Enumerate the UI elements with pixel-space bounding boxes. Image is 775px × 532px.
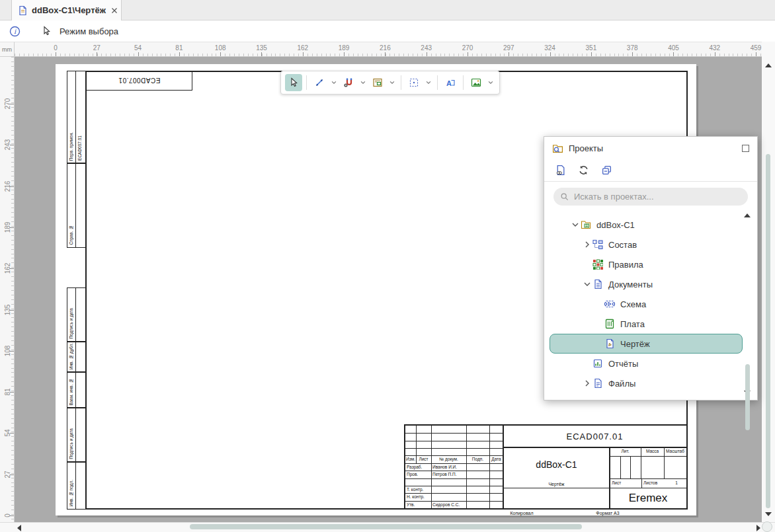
close-icon[interactable]	[110, 5, 119, 16]
product-name: ddBox-C1	[536, 447, 577, 482]
frame-side-box: Подпись и дата	[67, 287, 86, 342]
tree-item[interactable]: Отчёты	[550, 354, 743, 373]
chevron-down-icon[interactable]	[569, 219, 581, 230]
snap-magnet-icon[interactable]	[340, 74, 357, 91]
chevron-down-icon[interactable]	[358, 74, 368, 91]
frame-side-label: Перв. примен.	[69, 132, 73, 161]
projects-panel-title: Проекты	[569, 143, 603, 153]
chevron-down-icon[interactable]	[486, 74, 495, 91]
frame-side-box: Инв. № подл.	[67, 462, 86, 510]
chevron-down-icon[interactable]	[424, 74, 433, 91]
chevron-spacer	[593, 338, 604, 349]
tree-scrollbar-thumb[interactable]	[745, 364, 750, 430]
board-icon	[604, 319, 615, 329]
frame-side-label: Взам. инв. №	[69, 379, 73, 405]
tree-item[interactable]: Плата	[550, 314, 743, 334]
tree-item[interactable]: Документы	[550, 274, 743, 294]
copied-label: Копировал	[466, 511, 578, 515]
horizontal-scrollbar-thumb[interactable]	[190, 524, 582, 529]
format-label: Формат А3	[565, 511, 651, 515]
tree-item-label: Документы	[608, 280, 653, 289]
panel-float-button[interactable]	[742, 145, 749, 152]
col-data: Дата	[489, 455, 503, 463]
chevron-right-icon[interactable]	[581, 378, 592, 389]
sheet-template-icon[interactable]	[369, 74, 386, 91]
tree-item[interactable]: Схема	[550, 294, 743, 314]
scrollbar-corner-widget[interactable]	[762, 521, 772, 532]
chevron-spacer	[593, 299, 604, 309]
frame-side-label: Инв. № дубл.	[69, 343, 73, 369]
info-icon[interactable]: i	[7, 23, 22, 39]
main-toolbar: i Режим выбора	[0, 20, 775, 42]
col-list: Лист	[416, 455, 431, 463]
frame-side-label: Подпись и дата	[69, 428, 73, 459]
ruler-unit-box: mm	[0, 42, 15, 57]
sign-name: Иванов И.И.	[432, 463, 466, 471]
tree-item-label: Плата	[620, 319, 645, 329]
tab-bar: ddBox-C1\Чертёж	[0, 0, 775, 20]
scroll-left-arrow[interactable]	[17, 525, 21, 531]
col-podp: Подп.	[466, 455, 489, 463]
application-window: ddBox-C1\Чертёж i Режим выбора mm 027548…	[0, 0, 775, 532]
rules-icon	[592, 259, 603, 270]
frame-side-value: ECAD007.01	[77, 135, 82, 161]
projects-panel: Проекты ddBox-C1СоставПравилаДокументыСх…	[544, 136, 758, 400]
svg-text:A: A	[446, 79, 452, 87]
composition-icon	[592, 239, 603, 250]
project-search-box[interactable]	[553, 188, 748, 206]
frame-side-box: Подпись и дата	[67, 408, 86, 462]
drawing-toolbar: A	[280, 71, 500, 95]
tree-item[interactable]: Чертёж	[550, 334, 743, 354]
chevron-right-icon[interactable]	[581, 239, 592, 250]
product-name-cell: ddBox-C1 Чертёж	[503, 447, 610, 488]
drawdoc-icon	[604, 338, 615, 349]
projects-panel-header[interactable]: Проекты	[544, 137, 757, 159]
schematic-icon	[604, 299, 615, 309]
chevron-down-icon[interactable]	[329, 74, 339, 91]
tree-item-label: Состав	[608, 240, 637, 250]
measure-icon[interactable]	[311, 74, 328, 91]
company-cell: Eremex	[610, 488, 686, 508]
vertical-ruler: 2702432161891621351088154270	[0, 57, 15, 522]
sheets-label: Листов	[643, 479, 666, 486]
chevron-down-icon[interactable]	[581, 279, 592, 289]
selection-mode-icon[interactable]	[38, 23, 54, 39]
sign-role: Пров.	[407, 471, 430, 478]
frame-side-box: Справ. №	[67, 163, 86, 248]
tree-item[interactable]: Файлы	[550, 373, 743, 393]
tree-item-label: Чертёж	[620, 339, 650, 349]
frame-side-label: Инв. № подл.	[69, 480, 73, 507]
open-document-icon[interactable]	[553, 164, 567, 177]
search-icon	[560, 192, 569, 202]
tree-item[interactable]: Правила	[550, 254, 743, 274]
col-dokum: № докум.	[431, 455, 466, 463]
scale-label: Масштаб	[664, 447, 686, 455]
tree-item[interactable]: ddBox-C1	[550, 215, 743, 235]
document-tab-icon	[17, 5, 28, 16]
text-tool-icon[interactable]: A	[442, 74, 459, 91]
select-cursor-icon[interactable]	[285, 74, 302, 91]
scroll-down-arrow[interactable]	[765, 512, 772, 516]
vertical-scrollbar-thumb[interactable]	[766, 154, 770, 508]
image-tool-icon[interactable]	[468, 74, 485, 91]
scroll-right-arrow[interactable]	[756, 525, 760, 531]
document-tab[interactable]: ddBox-C1\Чертёж	[11, 0, 122, 20]
scroll-up-arrow[interactable]	[765, 63, 772, 67]
search-input[interactable]	[574, 192, 741, 202]
tree-scroll-up-arrow[interactable]	[744, 213, 751, 217]
tree-item[interactable]: Состав	[550, 235, 743, 254]
top-stamp: ECAD007.01	[86, 71, 192, 91]
grid-icon[interactable]	[405, 74, 423, 91]
collapse-all-icon[interactable]	[600, 164, 613, 177]
refresh-icon[interactable]	[577, 164, 590, 177]
sign-role: Утв.	[407, 501, 430, 508]
frame-side-label: Подпись и дата	[69, 308, 73, 339]
frame-side-box: Перв. примен.ECAD007.01	[67, 71, 86, 163]
sheet-label: Лист	[612, 479, 639, 486]
chevron-spacer	[593, 319, 604, 329]
sheets-value: 1	[669, 479, 684, 486]
chevron-down-icon[interactable]	[388, 74, 397, 91]
sign-role: Н. контр.	[407, 493, 430, 500]
title-block: Изм. Лист № докум. Подп. Дата Разраб. Ив…	[404, 424, 686, 508]
chevron-spacer	[581, 259, 592, 270]
